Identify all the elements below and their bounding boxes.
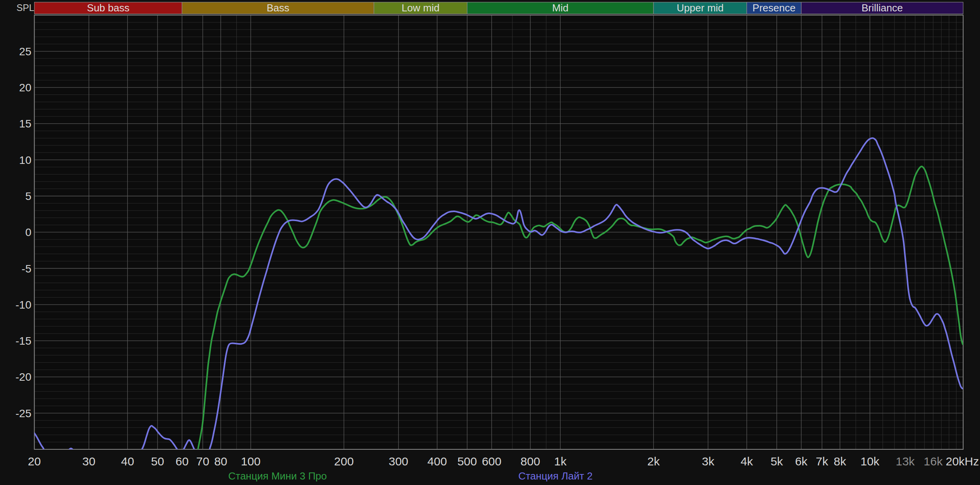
svg-text:3k: 3k — [702, 455, 715, 468]
svg-text:50: 50 — [151, 455, 164, 468]
svg-text:13k: 13k — [896, 455, 915, 468]
svg-text:0: 0 — [25, 226, 31, 238]
svg-text:20: 20 — [28, 455, 41, 468]
svg-text:Presence: Presence — [753, 2, 796, 14]
svg-text:30: 30 — [82, 455, 95, 468]
svg-text:Mid: Mid — [552, 2, 568, 14]
svg-text:1k: 1k — [554, 455, 567, 468]
svg-text:SPL: SPL — [16, 2, 34, 13]
svg-text:40: 40 — [121, 455, 134, 468]
svg-text:10: 10 — [19, 154, 31, 166]
svg-text:20: 20 — [19, 82, 31, 94]
svg-text:2k: 2k — [647, 455, 660, 468]
svg-text:8k: 8k — [834, 455, 847, 468]
svg-text:Станция Мини 3 Про: Станция Мини 3 Про — [228, 470, 327, 482]
svg-text:4k: 4k — [740, 455, 753, 468]
svg-text:600: 600 — [482, 455, 501, 468]
svg-text:-10: -10 — [16, 299, 31, 311]
svg-text:Bass: Bass — [267, 2, 289, 14]
svg-text:15: 15 — [19, 118, 31, 130]
svg-text:5: 5 — [25, 190, 31, 202]
svg-text:5k: 5k — [771, 455, 784, 468]
svg-text:300: 300 — [388, 455, 408, 468]
svg-text:60: 60 — [176, 455, 189, 468]
svg-text:20kHz: 20kHz — [946, 455, 979, 468]
svg-text:7k: 7k — [816, 455, 829, 468]
svg-text:70: 70 — [196, 455, 209, 468]
svg-text:Станция Лайт 2: Станция Лайт 2 — [518, 470, 593, 482]
svg-text:Brilliance: Brilliance — [862, 2, 903, 14]
svg-text:10k: 10k — [860, 455, 880, 468]
svg-text:400: 400 — [427, 455, 447, 468]
svg-text:100: 100 — [241, 455, 261, 468]
svg-text:-20: -20 — [16, 371, 31, 383]
svg-text:500: 500 — [457, 455, 477, 468]
svg-text:200: 200 — [334, 455, 354, 468]
svg-text:-5: -5 — [22, 263, 31, 275]
svg-text:Low mid: Low mid — [401, 2, 439, 14]
svg-text:-15: -15 — [16, 335, 31, 347]
svg-text:Upper mid: Upper mid — [677, 2, 724, 14]
svg-text:25: 25 — [19, 45, 31, 58]
svg-text:80: 80 — [214, 455, 227, 468]
svg-text:800: 800 — [521, 455, 540, 468]
svg-text:-25: -25 — [16, 407, 31, 420]
svg-text:6k: 6k — [795, 455, 808, 468]
svg-text:16k: 16k — [924, 455, 943, 468]
svg-text:Sub bass: Sub bass — [87, 2, 129, 14]
